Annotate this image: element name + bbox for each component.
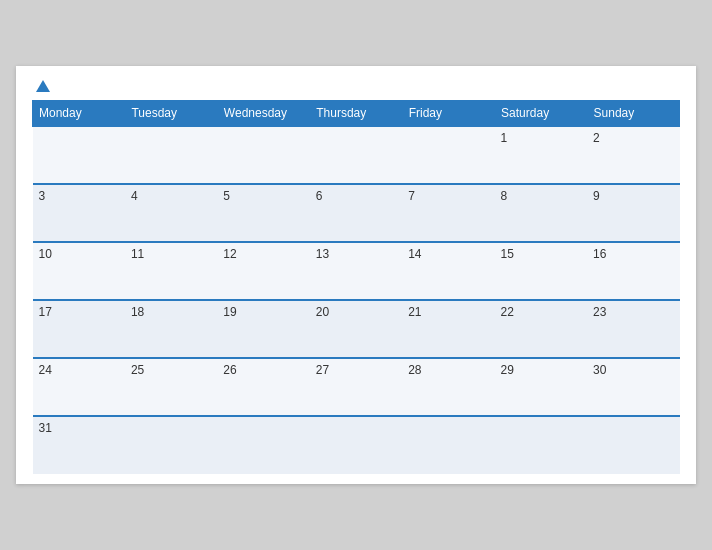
day-number: 5 xyxy=(223,189,230,203)
day-number: 16 xyxy=(593,247,606,261)
calendar-day-cell: 12 xyxy=(217,242,309,300)
calendar-day-cell xyxy=(495,416,587,474)
calendar-day-cell: 21 xyxy=(402,300,494,358)
calendar-day-cell: 23 xyxy=(587,300,679,358)
calendar-week-row: 3456789 xyxy=(33,184,680,242)
calendar-week-row: 17181920212223 xyxy=(33,300,680,358)
weekday-header: Thursday xyxy=(310,101,402,127)
calendar-week-row: 24252627282930 xyxy=(33,358,680,416)
weekday-header: Sunday xyxy=(587,101,679,127)
calendar-day-cell: 26 xyxy=(217,358,309,416)
weekday-header: Monday xyxy=(33,101,125,127)
day-number: 15 xyxy=(501,247,514,261)
calendar-day-cell: 28 xyxy=(402,358,494,416)
calendar-day-cell: 17 xyxy=(33,300,125,358)
day-number: 30 xyxy=(593,363,606,377)
calendar-day-cell: 31 xyxy=(33,416,125,474)
weekday-header: Wednesday xyxy=(217,101,309,127)
day-number: 23 xyxy=(593,305,606,319)
day-number: 7 xyxy=(408,189,415,203)
calendar-grid: MondayTuesdayWednesdayThursdayFridaySatu… xyxy=(32,100,680,474)
calendar-day-cell: 16 xyxy=(587,242,679,300)
day-number: 13 xyxy=(316,247,329,261)
calendar-day-cell: 5 xyxy=(217,184,309,242)
calendar-day-cell: 22 xyxy=(495,300,587,358)
calendar-day-cell: 10 xyxy=(33,242,125,300)
day-number: 18 xyxy=(131,305,144,319)
calendar-day-cell: 8 xyxy=(495,184,587,242)
calendar-day-cell xyxy=(217,416,309,474)
calendar-day-cell: 7 xyxy=(402,184,494,242)
calendar-day-cell: 3 xyxy=(33,184,125,242)
calendar-day-cell xyxy=(402,126,494,184)
day-number: 14 xyxy=(408,247,421,261)
calendar-day-cell xyxy=(33,126,125,184)
calendar-day-cell xyxy=(402,416,494,474)
calendar-day-cell: 19 xyxy=(217,300,309,358)
calendar-day-cell: 30 xyxy=(587,358,679,416)
weekday-header: Friday xyxy=(402,101,494,127)
day-number: 8 xyxy=(501,189,508,203)
day-number: 28 xyxy=(408,363,421,377)
day-number: 4 xyxy=(131,189,138,203)
calendar-day-cell: 20 xyxy=(310,300,402,358)
calendar-day-cell: 2 xyxy=(587,126,679,184)
logo-triangle-icon xyxy=(36,80,50,92)
weekday-header: Tuesday xyxy=(125,101,217,127)
calendar-day-cell xyxy=(310,126,402,184)
day-number: 19 xyxy=(223,305,236,319)
calendar-weekdays-row: MondayTuesdayWednesdayThursdayFridaySatu… xyxy=(33,101,680,127)
calendar-day-cell: 13 xyxy=(310,242,402,300)
day-number: 12 xyxy=(223,247,236,261)
day-number: 9 xyxy=(593,189,600,203)
day-number: 22 xyxy=(501,305,514,319)
calendar-week-row: 31 xyxy=(33,416,680,474)
day-number: 26 xyxy=(223,363,236,377)
calendar-day-cell xyxy=(125,416,217,474)
calendar-day-cell: 18 xyxy=(125,300,217,358)
weekday-header: Saturday xyxy=(495,101,587,127)
calendar-body: 1234567891011121314151617181920212223242… xyxy=(33,126,680,474)
calendar-day-cell: 29 xyxy=(495,358,587,416)
day-number: 20 xyxy=(316,305,329,319)
calendar-day-cell: 15 xyxy=(495,242,587,300)
calendar-day-cell: 11 xyxy=(125,242,217,300)
day-number: 27 xyxy=(316,363,329,377)
calendar-day-cell: 27 xyxy=(310,358,402,416)
day-number: 17 xyxy=(39,305,52,319)
day-number: 2 xyxy=(593,131,600,145)
logo xyxy=(32,82,50,92)
calendar-day-cell: 9 xyxy=(587,184,679,242)
calendar-week-row: 10111213141516 xyxy=(33,242,680,300)
calendar-day-cell xyxy=(310,416,402,474)
calendar-day-cell: 25 xyxy=(125,358,217,416)
day-number: 21 xyxy=(408,305,421,319)
calendar-day-cell xyxy=(125,126,217,184)
day-number: 24 xyxy=(39,363,52,377)
calendar-day-cell: 6 xyxy=(310,184,402,242)
calendar-day-cell: 24 xyxy=(33,358,125,416)
day-number: 10 xyxy=(39,247,52,261)
day-number: 11 xyxy=(131,247,144,261)
day-number: 6 xyxy=(316,189,323,203)
calendar-day-cell: 14 xyxy=(402,242,494,300)
calendar-header xyxy=(32,82,680,92)
calendar-day-cell xyxy=(587,416,679,474)
day-number: 29 xyxy=(501,363,514,377)
calendar-day-cell: 1 xyxy=(495,126,587,184)
calendar-container: MondayTuesdayWednesdayThursdayFridaySatu… xyxy=(16,66,696,484)
calendar-day-cell xyxy=(217,126,309,184)
day-number: 31 xyxy=(39,421,52,435)
day-number: 1 xyxy=(501,131,508,145)
day-number: 25 xyxy=(131,363,144,377)
calendar-week-row: 12 xyxy=(33,126,680,184)
calendar-day-cell: 4 xyxy=(125,184,217,242)
day-number: 3 xyxy=(39,189,46,203)
